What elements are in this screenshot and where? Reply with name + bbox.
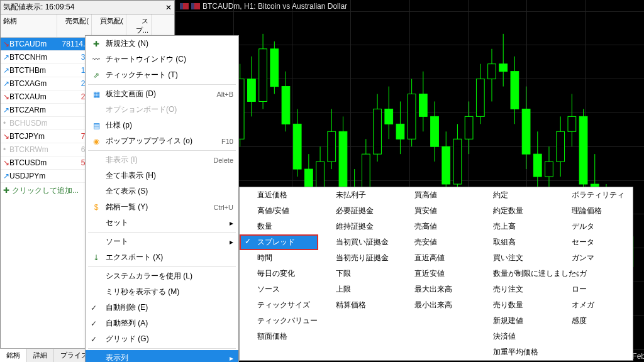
submenu-item[interactable]: 最大出来高 <box>397 282 475 297</box>
submenu-item[interactable]: ✓スプレッド <box>240 234 318 250</box>
symbol-name: ↗BTCCNHm <box>1 52 57 62</box>
submenu-column: 未払利子必要証拠金維持証拠金当初買い証拠金当初売り証拠金下限上限精算価格 <box>318 187 397 360</box>
menu-icon: ▦ <box>91 90 102 99</box>
chevron-right-icon: ▸ <box>230 219 233 228</box>
svg-rect-79 <box>511 72 519 109</box>
submenu-item[interactable]: 買高値 <box>397 187 475 203</box>
submenu-item[interactable]: 約定 <box>475 187 554 203</box>
close-icon[interactable]: ✕ <box>165 3 172 12</box>
submenu-label: べガ <box>572 269 587 278</box>
menu-shortcut: F10 <box>221 138 233 145</box>
submenu-item[interactable]: 売高値 <box>397 219 475 234</box>
submenu-label: 取組高 <box>493 238 516 246</box>
submenu-label: 下限 <box>336 269 351 278</box>
menu-item[interactable]: $銘柄一覧 (Y)Ctrl+U <box>86 199 238 215</box>
symbol-name: ↗BTCZARm <box>1 105 57 115</box>
submenu-label: 売り注文 <box>493 285 523 293</box>
submenu-item[interactable]: 上限 <box>318 282 397 297</box>
menu-item[interactable]: ⇗ティックチャート (T) <box>86 67 238 83</box>
submenu-item[interactable]: 直近高値 <box>397 250 475 266</box>
submenu-item[interactable]: ティックサイズ <box>240 297 318 313</box>
menu-shortcut: Alt+B <box>216 90 233 98</box>
col-ask[interactable]: 買気配( <box>92 14 126 37</box>
submenu-item[interactable]: 売り注文 <box>475 282 554 297</box>
submenu-item[interactable]: 数量が制限に達しました。 <box>475 266 554 282</box>
submenu-item[interactable]: 直近価格 <box>240 187 318 203</box>
submenu-item[interactable]: ソース <box>240 282 318 297</box>
submenu-label: 必要証拠金 <box>336 206 374 215</box>
submenu-item[interactable]: 直近安値 <box>397 266 475 282</box>
submenu-item[interactable]: 理論価格 <box>554 203 633 219</box>
mw-tab[interactable]: 詳細 <box>27 349 54 362</box>
menu-item[interactable]: ✓自動削除 (E) <box>86 300 238 315</box>
submenu-item[interactable]: 約定数量 <box>475 203 554 219</box>
submenu-item[interactable]: セータ <box>554 234 633 250</box>
submenu-item[interactable]: ロー <box>554 282 633 297</box>
submenu-item[interactable]: 高値/安値 <box>240 203 318 219</box>
mw-tab[interactable]: 銘柄 <box>0 349 27 362</box>
submenu-item[interactable]: 売上高 <box>475 219 554 234</box>
submenu-item[interactable]: 未払利子 <box>318 187 397 203</box>
context-menu[interactable]: ✚新規注文 (N)〰チャートウインドウ (C)⇗ティックチャート (T)▦板注文… <box>85 35 239 362</box>
submenu-item[interactable]: ボラティリティ <box>554 187 633 203</box>
submenu-label: 精算価格 <box>336 300 366 309</box>
submenu-item[interactable]: 額面価格 <box>240 329 318 344</box>
submenu-item[interactable]: 新規建値 <box>475 313 554 329</box>
submenu-item[interactable]: 必要証拠金 <box>318 203 397 219</box>
submenu-item[interactable]: 毎日の変化 <box>240 266 318 282</box>
submenu-item[interactable]: ティックバリュー <box>240 313 318 329</box>
menu-item[interactable]: 〰チャートウインドウ (C) <box>86 52 238 67</box>
submenu-label: 維持証拠金 <box>336 222 374 231</box>
submenu-item[interactable]: 加重平均価格 <box>475 344 554 360</box>
menu-item[interactable]: セット▸ <box>86 215 238 231</box>
submenu-label: 約定数量 <box>493 206 523 215</box>
menu-item[interactable]: 全て非表示 (H) <box>86 168 238 184</box>
submenu-item[interactable]: 下限 <box>318 266 397 282</box>
submenu-item[interactable]: 売り数量 <box>475 297 554 313</box>
submenu-item[interactable]: 時間 <box>240 250 318 266</box>
submenu-item[interactable]: 当初売り証拠金 <box>318 250 397 266</box>
market-watch-columns: 銘柄 売気配( 買気配( スプ... <box>1 14 174 38</box>
submenu-item[interactable]: 買い注文 <box>475 250 554 266</box>
submenu-columns[interactable]: 直近価格高値/安値数量✓スプレッド時間毎日の変化ソースティックサイズティックバリ… <box>239 187 633 361</box>
submenu-item[interactable]: オメガ <box>554 297 633 313</box>
submenu-item[interactable]: 取組高 <box>475 234 554 250</box>
submenu-label: 新規建値 <box>493 316 523 325</box>
menu-item[interactable]: ▤仕様 (p) <box>86 118 238 133</box>
menu-item[interactable]: ミリ秒を表示する (M) <box>86 284 238 300</box>
submenu-item[interactable]: 最小出来高 <box>397 297 475 313</box>
menu-item[interactable]: ◉ポップアッププライス (o)F10 <box>86 133 238 149</box>
svg-rect-91 <box>579 116 587 184</box>
menu-item[interactable]: ✚新規注文 (N) <box>86 36 238 52</box>
submenu-item[interactable]: 維持証拠金 <box>318 219 397 234</box>
col-spread[interactable]: スプ... <box>126 14 152 37</box>
submenu-label: ティックサイズ <box>257 300 310 309</box>
submenu-item[interactable]: 売安値 <box>397 234 475 250</box>
col-symbol[interactable]: 銘柄 <box>1 14 57 37</box>
submenu-item[interactable]: べガ <box>554 266 633 282</box>
submenu-label: セータ <box>572 238 594 246</box>
submenu-item[interactable]: 当初買い証拠金 <box>318 234 397 250</box>
submenu-column: ボラティリティ理論価格デルタセータガンマべガローオメガ感度 <box>554 187 633 360</box>
svg-rect-37 <box>270 49 279 87</box>
submenu-item[interactable]: 買安値 <box>397 203 475 219</box>
submenu-item[interactable]: 決済値 <box>475 329 554 344</box>
svg-rect-39 <box>282 87 290 124</box>
menu-item[interactable]: 全て表示 (S) <box>86 184 238 199</box>
menu-item[interactable]: 表示列▸ <box>86 350 238 362</box>
menu-item[interactable]: ✓グリッド (G) <box>86 331 238 347</box>
submenu-item[interactable]: デルタ <box>554 219 633 234</box>
svg-rect-49 <box>339 131 347 192</box>
submenu-item[interactable]: ガンマ <box>554 250 633 266</box>
menu-item[interactable]: ▦板注文画面 (D)Alt+B <box>86 86 238 102</box>
menu-item[interactable]: システムカラーを使用 (L) <box>86 268 238 284</box>
menu-item[interactable]: ソート▸ <box>86 234 238 250</box>
submenu-item[interactable]: 精算価格 <box>318 297 397 313</box>
menu-label: ティックチャート (T) <box>106 70 233 80</box>
submenu-item[interactable]: 感度 <box>554 313 633 329</box>
submenu-item[interactable]: 数量 <box>240 219 318 234</box>
menu-item[interactable]: ⤓エクスポート (X) <box>86 250 238 265</box>
col-bid[interactable]: 売気配( <box>57 14 92 37</box>
menu-label: 自動整列 (A) <box>106 318 233 329</box>
menu-item[interactable]: ✓自動整列 (A) <box>86 315 238 331</box>
